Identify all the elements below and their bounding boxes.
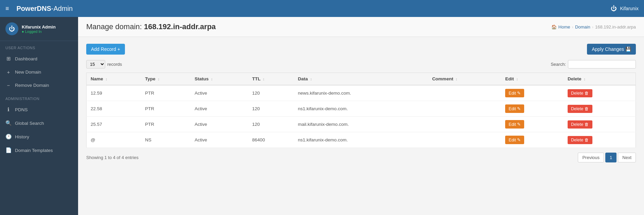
cell-comment [428, 85, 501, 101]
apply-changes-button[interactable]: Apply Changes 💾 [587, 44, 636, 55]
cell-edit: Edit ✎ [501, 117, 564, 132]
delete-button-0[interactable]: Delete 🗑 [568, 89, 592, 97]
sidebar-item-new-domain[interactable]: + New Domain [0, 65, 78, 79]
col-edit[interactable]: Edit ↕ [501, 73, 564, 85]
previous-button[interactable]: Previous [578, 153, 604, 162]
new-domain-icon: + [5, 69, 12, 75]
cell-edit: Edit ✎ [501, 101, 564, 117]
top-navbar: ≡ PowerDNS-Admin ⏻ Kifarunix [0, 0, 644, 17]
cell-name: @ [87, 132, 141, 148]
showing-text: Showing 1 to 4 of 4 entries [86, 155, 139, 160]
cell-name: 25.57 [87, 117, 141, 132]
cell-comment [428, 101, 501, 117]
search-box: Search: [551, 60, 636, 69]
cell-status: Active [190, 101, 248, 117]
home-icon: 🏠 [551, 24, 557, 30]
cell-data: ns1.kifarunix-demo.com. [294, 132, 428, 148]
cell-edit: Edit ✎ [501, 132, 564, 148]
table-row: 25.57 PTR Active 120 mail.kifarunix-demo… [87, 117, 636, 132]
user-info: Kifarunix Admin Logged In [22, 24, 56, 34]
delete-button-3[interactable]: Delete 🗑 [568, 136, 592, 144]
cell-status: Active [190, 85, 248, 101]
remove-domain-icon: − [5, 82, 12, 88]
col-status[interactable]: Status ↕ [190, 73, 248, 85]
sidebar-item-domain-templates[interactable]: 📄 Domain Templates [0, 143, 78, 157]
pdns-icon: ℹ [5, 106, 12, 113]
main-content: Manage domain: 168.192.in-addr.arpa 🏠 Ho… [78, 17, 644, 215]
user-status: Logged In [22, 30, 56, 34]
col-delete[interactable]: Delete ↕ [564, 73, 636, 85]
sidebar-user: ⏻ Kifarunix Admin Logged In [0, 17, 78, 41]
sidebar-item-pdns[interactable]: ℹ PDNS [0, 103, 78, 116]
cell-delete: Delete 🗑 [564, 117, 636, 132]
pagination: Previous 1 Next [578, 153, 636, 162]
table-row: @ NS Active 86400 ns1.kifarunix-demo.com… [87, 132, 636, 148]
power-icon[interactable]: ⏻ [611, 5, 617, 12]
cell-type: PTR [141, 101, 190, 117]
edit-button-2[interactable]: Edit ✎ [505, 120, 524, 129]
hamburger-icon[interactable]: ≡ [5, 5, 9, 12]
col-data[interactable]: Data ↕ [294, 73, 428, 85]
search-icon: 🔍 [5, 120, 12, 126]
cell-status: Active [190, 132, 248, 148]
cell-name: 22.58 [87, 101, 141, 117]
sidebar-item-label-remove-domain: Remove Domain [15, 83, 49, 88]
edit-button-1[interactable]: Edit ✎ [505, 104, 524, 113]
cell-name: 12.59 [87, 85, 141, 101]
content-area: Add Record + Apply Changes 💾 10 15 25 50… [78, 37, 644, 169]
col-name[interactable]: Name ↕ [87, 73, 141, 85]
cell-type: PTR [141, 85, 190, 101]
cell-comment [428, 132, 501, 148]
cell-ttl: 120 [248, 117, 294, 132]
sidebar-item-label-global-search: Global Search [15, 121, 44, 126]
col-type[interactable]: Type ↕ [141, 73, 190, 85]
brand-label: PowerDNS-Admin [17, 5, 73, 13]
table-footer: Showing 1 to 4 of 4 entries Previous 1 N… [86, 153, 636, 162]
sidebar-item-global-search[interactable]: 🔍 Global Search [0, 116, 78, 130]
section-label-admin: ADMINISTRATION [0, 92, 78, 103]
sidebar-item-label-domain-templates: Domain Templates [15, 148, 53, 153]
cell-ttl: 86400 [248, 132, 294, 148]
search-input[interactable] [568, 60, 636, 69]
delete-button-2[interactable]: Delete 🗑 [568, 120, 592, 129]
sidebar-item-history[interactable]: 🕐 History [0, 130, 78, 143]
breadcrumb-domain[interactable]: Domain [575, 24, 590, 30]
edit-button-0[interactable]: Edit ✎ [505, 89, 524, 97]
search-label: Search: [551, 62, 566, 67]
sidebar-item-label-new-domain: New Domain [15, 70, 41, 75]
col-ttl[interactable]: TTL ↕ [248, 73, 294, 85]
edit-button-3[interactable]: Edit ✎ [505, 136, 524, 144]
breadcrumb: 🏠 Home › Domain › 168.192.in-addr.arpa [551, 24, 636, 30]
section-label-user-actions: USER ACTIONS [0, 41, 78, 52]
sidebar: ⏻ Kifarunix Admin Logged In USER ACTIONS… [0, 17, 78, 215]
history-icon: 🕐 [5, 134, 12, 140]
cell-type: NS [141, 132, 190, 148]
cell-comment [428, 117, 501, 132]
data-table: Name ↕ Type ↕ Status ↕ TTL ↕ Data ↕ Comm… [86, 73, 636, 148]
breadcrumb-home[interactable]: Home [558, 24, 570, 30]
templates-icon: 📄 [5, 147, 12, 153]
cell-status: Active [190, 117, 248, 132]
col-comment[interactable]: Comment ↕ [428, 73, 501, 85]
navbar-left: ≡ PowerDNS-Admin [5, 5, 73, 13]
avatar: ⏻ [5, 22, 18, 35]
per-page-select[interactable]: 10 15 25 50 100 [86, 60, 105, 69]
add-record-button[interactable]: Add Record + [86, 44, 125, 55]
cell-delete: Delete 🗑 [564, 101, 636, 117]
dashboard-icon: ⊞ [5, 56, 12, 62]
cell-ttl: 120 [248, 85, 294, 101]
table-row: 22.58 PTR Active 120 ns1.kifarunix-demo.… [87, 101, 636, 117]
cell-data: ns1.kifarunix-demo.com. [294, 101, 428, 117]
cell-delete: Delete 🗑 [564, 132, 636, 148]
table-header-row: Name ↕ Type ↕ Status ↕ TTL ↕ Data ↕ Comm… [87, 73, 636, 85]
sidebar-item-remove-domain[interactable]: − Remove Domain [0, 79, 78, 92]
sidebar-item-dashboard[interactable]: ⊞ Dashboard [0, 52, 78, 65]
table-controls: 10 15 25 50 100 records Search: [86, 60, 636, 69]
next-button[interactable]: Next [618, 153, 636, 162]
cell-data: mail.kifarunix-demo.com. [294, 117, 428, 132]
page-header: Manage domain: 168.192.in-addr.arpa 🏠 Ho… [78, 17, 644, 37]
delete-button-1[interactable]: Delete 🗑 [568, 105, 592, 113]
username-label: Kifarunix [620, 6, 639, 11]
page-number[interactable]: 1 [605, 153, 617, 162]
user-name: Kifarunix Admin [22, 24, 56, 30]
